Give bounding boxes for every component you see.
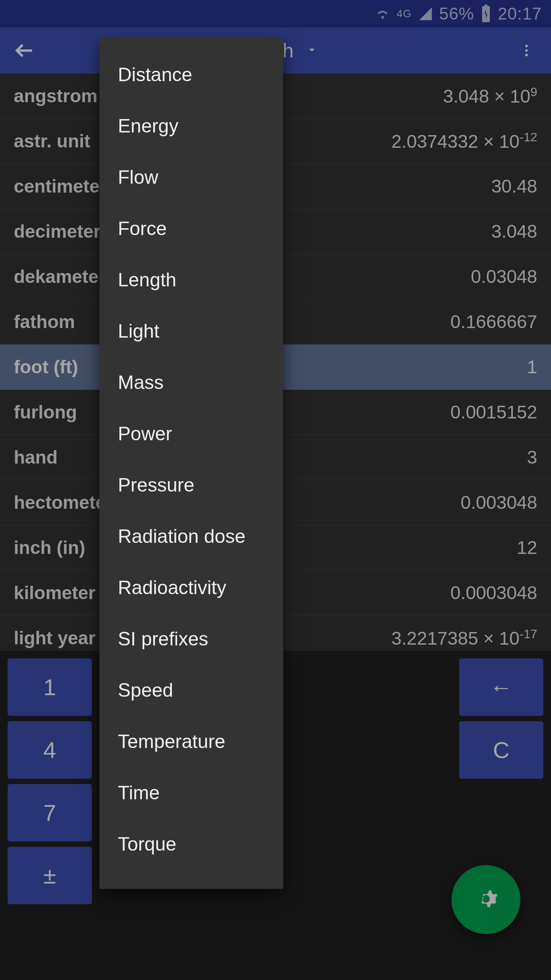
category-menu-item[interactable]: Radioactivity [99, 562, 283, 613]
category-menu-item[interactable]: Torque [99, 818, 283, 870]
category-menu-item[interactable]: Length [99, 254, 283, 305]
category-menu-item[interactable]: Mass [99, 357, 283, 408]
category-menu-item[interactable]: Radiation dose [99, 511, 283, 562]
category-menu-item[interactable]: SI prefixes [99, 613, 283, 665]
category-menu: DistanceEnergyFlowForceLengthLightMassPo… [99, 38, 283, 889]
category-menu-item[interactable]: Energy [99, 100, 283, 152]
category-menu-item[interactable]: Pressure [99, 459, 283, 511]
category-menu-item[interactable]: Light [99, 305, 283, 357]
category-menu-item[interactable]: Temperature [99, 716, 283, 767]
category-menu-item[interactable]: Distance [99, 49, 283, 100]
category-menu-item[interactable]: Speed [99, 665, 283, 716]
category-menu-item[interactable]: Power [99, 408, 283, 459]
category-menu-item[interactable]: Force [99, 203, 283, 254]
category-menu-item[interactable]: Time [99, 767, 283, 818]
category-menu-item[interactable]: Flow [99, 152, 283, 203]
